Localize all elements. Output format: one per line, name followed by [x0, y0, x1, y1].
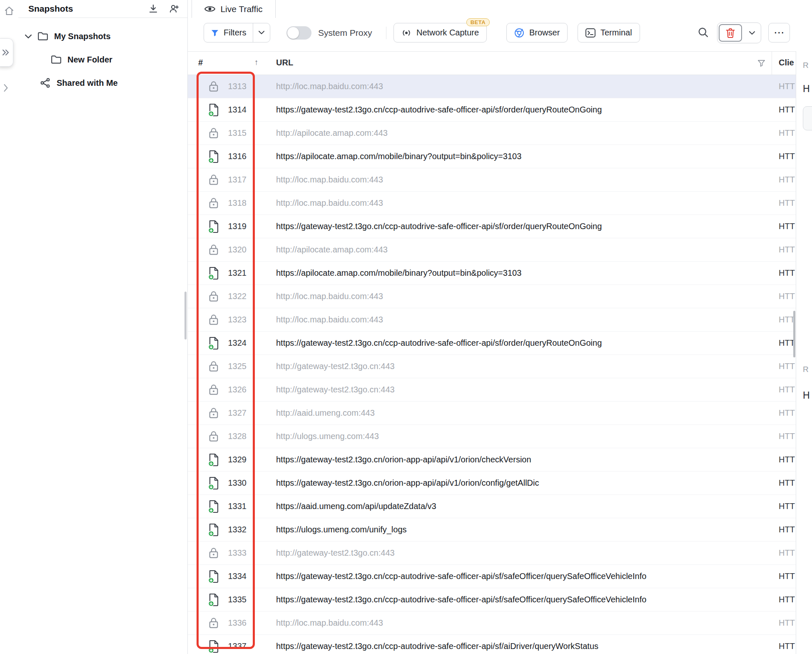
- chevron-right-icon[interactable]: [3, 84, 8, 92]
- sort-ascending-icon[interactable]: ↑: [254, 58, 259, 67]
- table-row[interactable]: 1322 http://loc.map.baidu.com:443 HTT: [188, 285, 796, 308]
- eye-icon: [204, 5, 215, 13]
- document-icon: [208, 477, 219, 490]
- detail-panel-box: [803, 106, 812, 130]
- expand-panel-handle[interactable]: [0, 38, 13, 67]
- table-row[interactable]: 1329 https://gateway-test2.t3go.cn/orion…: [188, 448, 796, 472]
- document-icon: [208, 337, 219, 350]
- row-protocol: HTT: [779, 595, 796, 604]
- table-row[interactable]: 1333 http://gateway-test2.t3go.cn:443 HT…: [188, 542, 796, 565]
- sidebar-item-new-folder[interactable]: New Folder: [18, 48, 187, 71]
- row-number: 1324: [222, 338, 247, 348]
- system-proxy-control[interactable]: System Proxy: [286, 26, 372, 40]
- row-number: 1328: [222, 432, 247, 441]
- row-number: 1317: [222, 175, 247, 185]
- network-capture-button[interactable]: Network Capture BETA: [394, 23, 487, 42]
- tab-label: Live Traffic: [220, 4, 262, 14]
- chevron-down-icon[interactable]: [25, 34, 32, 39]
- table-row[interactable]: 1327 http://aaid.umeng.com:443 HTT: [188, 402, 796, 425]
- table-row[interactable]: 1321 https://apilocate.amap.com/mobile/b…: [188, 262, 796, 285]
- more-options-button[interactable]: ⋯: [768, 23, 790, 42]
- filters-button[interactable]: Filters: [204, 23, 270, 42]
- table-row[interactable]: 1318 http://loc.map.baidu.com:443 HTT: [188, 192, 796, 215]
- sidebar-item-my-snapshots[interactable]: My Snapshots: [18, 25, 187, 48]
- table-row[interactable]: 1324 https://gateway-test2.t3go.cn/ccp-a…: [188, 332, 796, 355]
- table-row[interactable]: 1325 http://gateway-test2.t3go.cn:443 HT…: [188, 355, 796, 378]
- browser-button[interactable]: Browser: [506, 23, 568, 42]
- traffic-table-header: # ↑ URL Clie: [188, 51, 796, 75]
- row-protocol: HTT: [779, 572, 796, 581]
- filters-dropdown-button[interactable]: [253, 23, 270, 42]
- table-row[interactable]: 1326 http://gateway-test2.t3go.cn:443 HT…: [188, 378, 796, 402]
- table-row[interactable]: 1323 http://loc.map.baidu.com:443 HTT: [188, 308, 796, 332]
- lock-icon: [209, 290, 219, 302]
- browser-label: Browser: [529, 28, 560, 37]
- clear-session-button[interactable]: [719, 24, 742, 42]
- lock-icon: [209, 407, 219, 419]
- table-row[interactable]: 1317 http://loc.map.baidu.com:443 HTT: [188, 168, 796, 192]
- row-number: 1332: [222, 525, 247, 534]
- lock-icon: [209, 314, 219, 326]
- table-row[interactable]: 1332 https://ulogs.umeng.com/unify_logs …: [188, 518, 796, 542]
- row-protocol: HTT: [779, 152, 796, 161]
- table-row[interactable]: 1319 https://gateway-test2.t3go.cn/ccp-a…: [188, 215, 796, 238]
- network-capture-label: Network Capture: [416, 28, 479, 37]
- tab-live-traffic[interactable]: Live Traffic: [192, 0, 276, 18]
- terminal-icon: [585, 28, 595, 37]
- clear-session-dropdown-button[interactable]: [743, 23, 761, 43]
- row-number: 1334: [222, 572, 247, 581]
- system-proxy-label: System Proxy: [318, 28, 372, 38]
- import-snapshot-button[interactable]: [148, 4, 158, 14]
- search-button[interactable]: [697, 27, 709, 38]
- snapshots-tree: My Snapshots New Folder Shared with Me: [18, 18, 187, 95]
- row-url: https://apilocate.amap.com/mobile/binary…: [276, 268, 779, 278]
- table-row[interactable]: 1313 http://loc.map.baidu.com:443 HTT: [188, 75, 796, 98]
- table-row[interactable]: 1335 https://gateway-test2.t3go.cn/ccp-a…: [188, 588, 796, 612]
- table-row[interactable]: 1316 https://apilocate.amap.com/mobile/b…: [188, 145, 796, 168]
- lock-icon: [209, 244, 219, 256]
- row-number: 1327: [222, 408, 247, 418]
- column-divider[interactable]: [772, 52, 772, 75]
- column-header-url[interactable]: URL: [276, 58, 293, 67]
- column-header-number[interactable]: #: [198, 58, 203, 67]
- table-row[interactable]: 1315 http://apilocate.amap.com:443 HTT: [188, 122, 796, 145]
- share-users-button[interactable]: [169, 4, 181, 14]
- sidebar-scrollbar[interactable]: [184, 292, 187, 339]
- table-row[interactable]: 1330 https://gateway-test2.t3go.cn/orion…: [188, 472, 796, 495]
- folder-icon: [51, 55, 62, 64]
- row-number: 1318: [222, 198, 247, 208]
- column-header-client[interactable]: Clie: [779, 58, 796, 67]
- sidebar-item-label: New Folder: [67, 55, 112, 65]
- row-url: http://ulogs.umeng.com:443: [276, 432, 779, 441]
- home-icon[interactable]: [4, 6, 14, 16]
- row-protocol: HTT: [779, 105, 796, 115]
- table-row[interactable]: 1337 https://gateway-test2.t3go.cn/ccp-a…: [188, 635, 796, 654]
- chevrons-right-icon: [2, 49, 10, 56]
- table-row[interactable]: 1320 http://apilocate.amap.com:443 HTT: [188, 238, 796, 262]
- row-protocol: HTT: [779, 455, 796, 464]
- row-protocol: HTT: [779, 245, 796, 255]
- column-filter-icon[interactable]: [757, 59, 765, 67]
- table-row[interactable]: 1328 http://ulogs.umeng.com:443 HTT: [188, 425, 796, 448]
- table-row[interactable]: 1334 https://gateway-test2.t3go.cn/ccp-a…: [188, 565, 796, 588]
- row-protocol: HTT: [779, 128, 796, 138]
- document-icon: [208, 103, 219, 117]
- system-proxy-toggle[interactable]: [286, 26, 311, 40]
- row-url: https://aaid.umeng.com/api/updateZdata/v…: [276, 502, 779, 511]
- funnel-icon: [211, 29, 219, 37]
- row-number: 1319: [222, 222, 247, 231]
- table-row[interactable]: 1336 http://loc.map.baidu.com:443 HTT: [188, 612, 796, 635]
- table-scrollbar[interactable]: [793, 311, 795, 357]
- row-number: 1336: [222, 618, 247, 628]
- row-protocol: HTT: [779, 362, 796, 371]
- snapshots-sidebar: Snapshots My Snapshots: [18, 0, 188, 654]
- detail-fragment: R: [803, 61, 809, 70]
- table-row[interactable]: 1331 https://aaid.umeng.com/api/updateZd…: [188, 495, 796, 518]
- lock-icon: [209, 617, 219, 629]
- row-protocol: HTT: [779, 408, 796, 418]
- sidebar-item-shared-with-me[interactable]: Shared with Me: [18, 71, 187, 95]
- sidebar-item-label: My Snapshots: [54, 32, 111, 41]
- row-protocol: HTT: [779, 642, 796, 651]
- table-row[interactable]: 1314 https://gateway-test2.t3go.cn/ccp-a…: [188, 98, 796, 122]
- terminal-button[interactable]: Terminal: [578, 23, 640, 42]
